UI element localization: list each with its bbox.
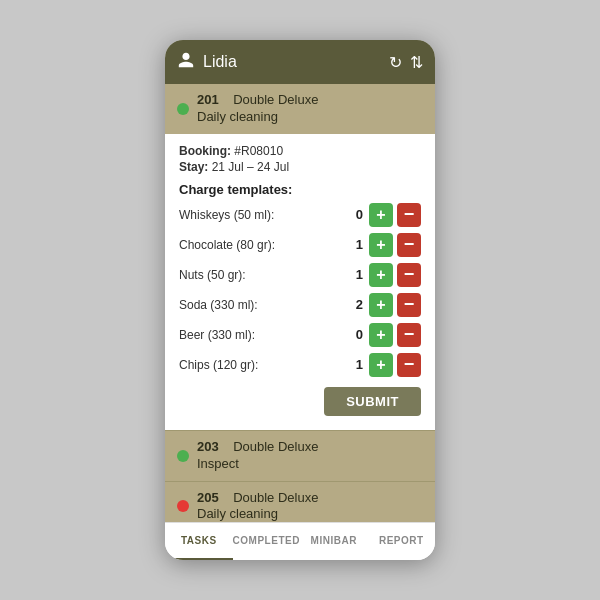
charge-qty: 2 — [343, 297, 363, 312]
header-actions: ↻ ⇅ — [389, 53, 423, 72]
room-info: 205 Double Deluxe Daily cleaning — [197, 490, 318, 522]
active-room-info: 201 Double Deluxe Daily cleaning — [197, 92, 318, 126]
room-card[interactable]: 205 Double Deluxe Daily cleaning — [165, 481, 435, 522]
charge-minus-button[interactable]: − — [397, 353, 421, 377]
charge-plus-button[interactable]: + — [369, 263, 393, 287]
charge-item: Chips (120 gr): 1 + − — [179, 353, 421, 377]
charge-minus-button[interactable]: − — [397, 203, 421, 227]
charge-plus-button[interactable]: + — [369, 353, 393, 377]
avatar-icon — [177, 51, 195, 73]
room-type: Double Deluxe — [233, 490, 318, 505]
room-card[interactable]: 203 Double Deluxe Inspect — [165, 430, 435, 481]
booking-row: Booking: #R08010 — [179, 144, 421, 158]
charge-item: Chocolate (80 gr): 1 + − — [179, 233, 421, 257]
booking-value: #R08010 — [234, 144, 283, 158]
charge-item: Nuts (50 gr): 1 + − — [179, 263, 421, 287]
booking-label: Booking: — [179, 144, 231, 158]
charge-minus-button[interactable]: − — [397, 323, 421, 347]
charge-name: Chocolate (80 gr): — [179, 238, 343, 252]
active-room-type: Double Deluxe — [233, 92, 318, 107]
active-room-task: Daily cleaning — [197, 109, 278, 124]
refresh-icon[interactable]: ↻ — [389, 53, 402, 72]
tab-minibar[interactable]: MINIBAR — [300, 523, 368, 560]
charge-plus-button[interactable]: + — [369, 293, 393, 317]
room-info: 203 Double Deluxe Inspect — [197, 439, 318, 473]
active-room-number: 201 — [197, 92, 219, 107]
bottom-nav: TASKS COMPLETED MINIBAR REPORT — [165, 522, 435, 560]
charge-qty: 1 — [343, 237, 363, 252]
charge-name: Whiskeys (50 ml): — [179, 208, 343, 222]
charge-plus-button[interactable]: + — [369, 203, 393, 227]
charge-name: Soda (330 ml): — [179, 298, 343, 312]
charge-minus-button[interactable]: − — [397, 293, 421, 317]
status-dot — [177, 500, 189, 512]
charge-name: Nuts (50 gr): — [179, 268, 343, 282]
header: Lidia ↻ ⇅ — [165, 40, 435, 84]
active-room-card[interactable]: 201 Double Deluxe Daily cleaning — [165, 84, 435, 134]
charge-item: Soda (330 ml): 2 + − — [179, 293, 421, 317]
room-number: 203 — [197, 439, 219, 454]
charge-items-list: Whiskeys (50 ml): 0 + − Chocolate (80 gr… — [179, 203, 421, 377]
tab-report[interactable]: REPORT — [368, 523, 436, 560]
charge-qty: 0 — [343, 327, 363, 342]
tab-tasks[interactable]: TASKS — [165, 523, 233, 560]
charge-plus-button[interactable]: + — [369, 233, 393, 257]
room-number: 205 — [197, 490, 219, 505]
details-panel: Booking: #R08010 Stay: 21 Jul – 24 Jul C… — [165, 134, 435, 430]
stay-value: 21 Jul – 24 Jul — [212, 160, 289, 174]
charge-item: Beer (330 ml): 0 + − — [179, 323, 421, 347]
charge-qty: 1 — [343, 267, 363, 282]
other-rooms-list: 203 Double Deluxe Inspect 205 Double Del… — [165, 430, 435, 522]
charge-plus-button[interactable]: + — [369, 323, 393, 347]
content-area: 201 Double Deluxe Daily cleaning Booking… — [165, 84, 435, 522]
charge-name: Beer (330 ml): — [179, 328, 343, 342]
stay-row: Stay: 21 Jul – 24 Jul — [179, 160, 421, 174]
phone-frame: Lidia ↻ ⇅ 201 Double Deluxe Daily cleani… — [165, 40, 435, 560]
charge-qty: 1 — [343, 357, 363, 372]
room-type: Double Deluxe — [233, 439, 318, 454]
submit-button[interactable]: SUBMIT — [324, 387, 421, 416]
charge-name: Chips (120 gr): — [179, 358, 343, 372]
header-title: Lidia — [203, 53, 389, 71]
status-dot-green — [177, 103, 189, 115]
sort-icon[interactable]: ⇅ — [410, 53, 423, 72]
tab-completed[interactable]: COMPLETED — [233, 523, 301, 560]
submit-row: SUBMIT — [179, 383, 421, 424]
room-task: Inspect — [197, 456, 239, 471]
status-dot — [177, 450, 189, 462]
charge-qty: 0 — [343, 207, 363, 222]
stay-label: Stay: — [179, 160, 208, 174]
charge-minus-button[interactable]: − — [397, 263, 421, 287]
charge-templates-title: Charge templates: — [179, 182, 421, 197]
charge-item: Whiskeys (50 ml): 0 + − — [179, 203, 421, 227]
charge-minus-button[interactable]: − — [397, 233, 421, 257]
room-task: Daily cleaning — [197, 506, 278, 521]
